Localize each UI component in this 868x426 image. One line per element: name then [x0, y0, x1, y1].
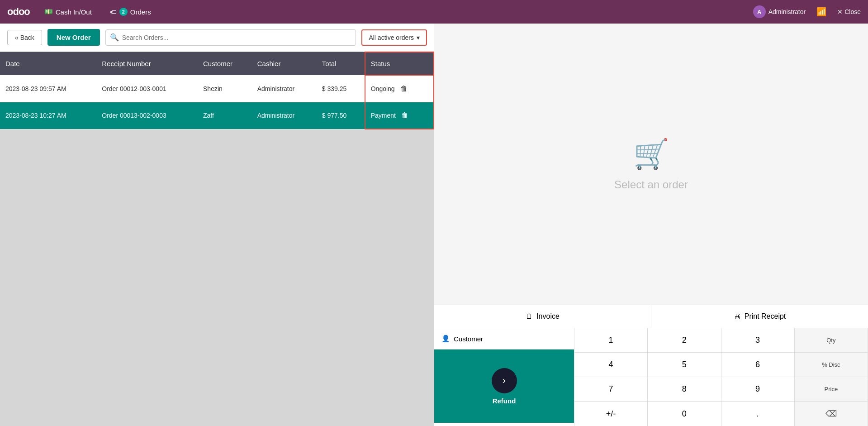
delete-order-button[interactable]: 🗑: [398, 83, 409, 95]
back-button[interactable]: « Back: [7, 30, 42, 45]
cart-icon: 🛒: [633, 137, 669, 171]
cell-status: Ongoing🗑: [365, 75, 434, 102]
numpad-key-0[interactable]: 0: [648, 402, 721, 426]
filter-button[interactable]: All active orders ▾: [361, 29, 427, 46]
admin-button[interactable]: A Administrator: [753, 5, 806, 18]
numpad-key-4[interactable]: 4: [574, 353, 648, 377]
close-button[interactable]: ✕ Close: [837, 8, 861, 15]
status-badge: Ongoing: [371, 85, 395, 92]
col-receipt: Receipt Number: [96, 52, 198, 75]
numpad-key-8[interactable]: 8: [648, 377, 721, 402]
cell-cashier: Administrator: [252, 75, 317, 102]
cell-receipt: Order 00012-003-0001: [96, 75, 198, 102]
cell-customer: Zaff: [198, 102, 252, 129]
cell-date: 2023-08-23 10:27 AM: [0, 102, 96, 129]
action-row: 🗒 Invoice 🖨 Print Receipt: [434, 305, 868, 328]
avatar: A: [753, 5, 766, 18]
wifi-icon: 📶: [816, 7, 826, 17]
bottom-actions: 🗒 Invoice 🖨 Print Receipt 👤 Customer: [434, 305, 868, 426]
chevron-down-icon: ▾: [417, 34, 420, 41]
new-order-button[interactable]: New Order: [47, 29, 100, 46]
numpad-key-1[interactable]: 1: [574, 328, 648, 353]
col-status: Status: [365, 52, 434, 75]
refund-icon: ›: [492, 368, 517, 393]
cash-icon: 💵: [44, 8, 53, 16]
orders-table-wrapper: Date Receipt Number Customer Cashier Tot…: [0, 52, 434, 129]
cell-total: $ 339.25: [317, 75, 365, 102]
search-input[interactable]: [105, 29, 356, 46]
cell-cashier: Administrator: [252, 102, 317, 129]
print-receipt-button[interactable]: 🖨 Print Receipt: [651, 305, 868, 328]
delete-order-button[interactable]: 🗑: [399, 110, 410, 121]
main-layout: « Back New Order 🔍 All active orders ▾ D…: [0, 24, 868, 426]
status-badge: Payment: [371, 112, 396, 119]
search-box: 🔍: [105, 29, 356, 46]
customer-row[interactable]: 👤 Customer: [434, 328, 574, 349]
select-order-text: Select an order: [614, 178, 688, 191]
numpad-key-[interactable]: .: [721, 402, 795, 426]
orders-table: Date Receipt Number Customer Cashier Tot…: [0, 52, 434, 129]
right-panel: 🛒 Select an order 🗒 Invoice 🖨 Print Rece…: [434, 24, 868, 426]
cell-customer: Shezin: [198, 75, 252, 102]
numpad-key-5[interactable]: 5: [648, 353, 721, 377]
numpad-grid: 123Qty456% Disc789Price+/-0.⌫: [574, 328, 868, 426]
numpad-key-Disc[interactable]: % Disc: [795, 353, 868, 377]
numpad-key-6[interactable]: 6: [721, 353, 795, 377]
customer-refund-col: 👤 Customer › Refund: [434, 328, 574, 426]
col-customer: Customer: [198, 52, 252, 75]
table-row[interactable]: 2023-08-23 09:57 AMOrder 00012-003-0001S…: [0, 75, 434, 102]
numpad-key-9[interactable]: 9: [721, 377, 795, 402]
numpad-key-Price[interactable]: Price: [795, 377, 868, 402]
invoice-button[interactable]: 🗒 Invoice: [434, 305, 651, 328]
numpad-key-2[interactable]: 2: [648, 328, 721, 353]
cell-total: $ 977.50: [317, 102, 365, 129]
search-icon: 🔍: [110, 33, 119, 42]
numpad-key-3[interactable]: 3: [721, 328, 795, 353]
cash-in-out-button[interactable]: 💵 Cash In/Out: [41, 6, 95, 18]
col-total: Total: [317, 52, 365, 75]
cell-receipt: Order 00013-002-0003: [96, 102, 198, 129]
odoo-logo: odoo: [7, 6, 30, 18]
col-cashier: Cashier: [252, 52, 317, 75]
toolbar: « Back New Order 🔍 All active orders ▾: [0, 24, 434, 52]
cell-status: Payment🗑: [365, 102, 434, 129]
backspace-key[interactable]: ⌫: [795, 402, 868, 426]
numpad-key-7[interactable]: 7: [574, 377, 648, 402]
numpad-area: 👤 Customer › Refund 123Qty456% Disc789Pr…: [434, 328, 868, 426]
table-header-row: Date Receipt Number Customer Cashier Tot…: [0, 52, 434, 75]
orders-icon: 🏷: [110, 8, 117, 16]
cell-date: 2023-08-23 09:57 AM: [0, 75, 96, 102]
refund-button[interactable]: › Refund: [434, 349, 574, 423]
table-row[interactable]: 2023-08-23 10:27 AMOrder 00013-002-0003Z…: [0, 102, 434, 129]
invoice-icon: 🗒: [526, 312, 533, 321]
print-icon: 🖨: [734, 312, 741, 321]
numpad-key-[interactable]: +/-: [574, 402, 648, 426]
close-icon: ✕: [837, 8, 843, 15]
orders-badge: 2: [119, 8, 128, 16]
col-date: Date: [0, 52, 96, 75]
select-order-area: 🛒 Select an order: [434, 24, 868, 305]
orders-button[interactable]: 🏷 2 Orders: [106, 6, 155, 18]
top-navigation: odoo 💵 Cash In/Out 🏷 2 Orders A Administ…: [0, 0, 868, 24]
customer-icon: 👤: [441, 335, 450, 343]
numpad-key-Qty[interactable]: Qty: [795, 328, 868, 353]
left-panel: « Back New Order 🔍 All active orders ▾ D…: [0, 24, 434, 426]
